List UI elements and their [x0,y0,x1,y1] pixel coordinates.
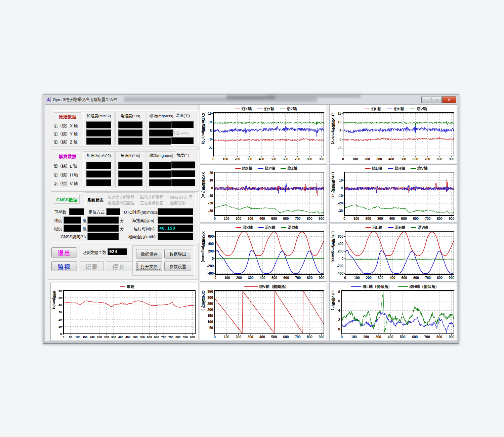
temp-value [171,121,194,128]
svg-text:500: 500 [271,276,277,280]
svg-text:100: 100 [75,335,80,339]
raw-gyro-column: 角速度(° /s) [115,112,145,145]
y-axis-label: XYZ角速度(° /s) [201,172,206,215]
export-data-button[interactable]: 数据导出 [164,249,191,259]
svg-text:600: 600 [283,157,288,161]
open-file-button[interactable]: 打开文件 [136,262,162,271]
param-settings-button[interactable]: 参数设置 [164,262,191,271]
svg-text:300: 300 [247,157,252,161]
chart-tilt: 010020030040050060070080090086420绕L轴（侧倾角… [329,283,457,341]
ground-speed-value [158,233,193,240]
svg-text:30: 30 [58,311,62,314]
app-window: Gyro-3电子陀螺仪应用与配置D:\NE\ — □ ✕ 原始数据 沿（绕）X … [43,94,459,344]
svg-text:5: 5 [210,129,212,133]
svg-text:沿V轴: 沿V轴 [417,107,427,111]
raw-accel-column: 加速度(m/s^2) [83,112,115,145]
svg-text:600: 600 [283,276,289,280]
title-blur-region [124,97,317,102]
longitude-deg-unit: 度 [83,226,87,231]
gnss-heading-label: GNSS航向(° ) [61,234,86,239]
svg-text:700: 700 [295,157,300,161]
stop-button[interactable]: 停止 [106,261,132,271]
svg-text:700: 700 [425,217,431,221]
maximize-button[interactable]: □ [432,96,442,103]
svg-text:2: 2 [338,318,340,322]
svg-text:0: 0 [341,335,343,339]
svg-text:-400: -400 [207,272,214,275]
svg-text:0: 0 [339,137,341,141]
svg-text:700: 700 [295,276,301,280]
svg-text:300: 300 [248,276,254,280]
svg-text:0: 0 [212,157,214,161]
altitude-value [158,216,193,224]
raw-accel-y-value [86,129,112,137]
svg-text:沿Z轴: 沿Z轴 [288,225,298,230]
horizontal-divider [48,279,198,281]
y-axis-label: LHV倾角(° ) [330,290,336,334]
svg-text:200: 200 [207,308,213,312]
svg-text:700: 700 [425,276,431,280]
calc-row-l-label: 沿（绕）L 轴 [54,163,77,169]
latitude-label: 纬度 [54,217,62,223]
svg-text:绕H轴（俯仰角）: 绕H轴（俯仰角） [409,284,439,289]
svg-text:500: 500 [401,217,407,221]
svg-text:绕V轴: 绕V轴 [417,166,428,170]
svg-text:沿Z轴: 沿Z轴 [287,107,297,111]
chart-xyz-accel: 0100200300400500600700800900151050-5沿X轴沿… [200,105,327,163]
minimize-button[interactable]: — [421,96,431,103]
svg-text:车速: 车速 [127,284,134,289]
gnss-data-group: GNSS数据 系统状态 加速度计超量程 磁场计超量程 GNSS无信号 角速度计超… [51,191,198,242]
svg-text:400: 400 [260,276,265,280]
y-axis-label: LHV角速度(° /s) [330,172,336,215]
svg-text:0: 0 [214,217,216,221]
raw-temp-column: 温度(℃) 气压(kPa) [170,112,196,145]
svg-text:-30: -30 [208,209,213,213]
y-axis-label: XYZ加速度(m/s^2) [201,113,206,156]
longitude-min-value [87,225,119,232]
svg-text:200: 200 [366,217,371,221]
svg-text:900: 900 [190,335,195,339]
system-status-frame: 系统状态 加速度计超量程 磁场计超量程 GNSS无信号 角速度计超量程 正在零点… [85,192,195,206]
svg-text:400: 400 [259,217,265,221]
close-button[interactable]: ✕ [442,96,456,103]
latitude-min-value [87,216,119,224]
satellite-count-value [69,208,84,215]
svg-text:800: 800 [307,157,312,161]
svg-text:600: 600 [338,235,343,238]
svg-text:900: 900 [449,157,454,161]
record-button[interactable]: 记录 [80,261,104,271]
runtime-value-box: 46.150 [158,225,193,232]
monitor-button[interactable]: 监视 [51,261,77,271]
svg-text:100: 100 [207,320,213,324]
svg-text:600: 600 [147,335,152,339]
svg-text:0: 0 [212,257,214,261]
svg-text:沿H轴: 沿H轴 [394,107,404,111]
chart-lhv-gyro: 0100200300400500600700800900100-10-20-30… [329,164,457,223]
svg-text:800: 800 [307,217,312,221]
svg-text:600: 600 [283,217,289,221]
exit-button[interactable]: 退出 [51,247,77,257]
svg-text:60: 60 [58,289,62,292]
svg-text:绕H轴: 绕H轴 [394,166,405,170]
calc-accel-column: 加速度(m/s^2) [83,151,115,187]
svg-text:100: 100 [224,276,230,280]
svg-text:沿X轴: 沿X轴 [242,225,253,230]
fix-mode-value [106,208,120,215]
svg-text:200: 200 [338,249,343,253]
svg-text:绕L轴: 绕L轴 [372,166,382,170]
svg-text:250: 250 [97,335,102,339]
svg-text:40: 40 [58,304,62,307]
titlebar[interactable]: Gyro-3电子陀螺仪应用与配置D:\NE\ — □ ✕ [43,94,459,104]
svg-text:5: 5 [339,129,341,133]
svg-text:20: 20 [209,171,213,175]
svg-text:0: 0 [214,335,216,339]
svg-text:900: 900 [319,335,325,339]
save-data-button[interactable]: 数据保存 [136,249,162,259]
svg-text:-5: -5 [338,146,341,150]
svg-text:0: 0 [341,257,343,261]
svg-text:10: 10 [339,178,343,182]
svg-text:0: 0 [342,157,344,161]
file-buttons-frame: 数据保存 数据导出 打开文件 参数设置 [132,245,194,276]
latitude-deg-value [64,216,82,224]
runtime-label: 运行时间(s) [134,226,155,231]
